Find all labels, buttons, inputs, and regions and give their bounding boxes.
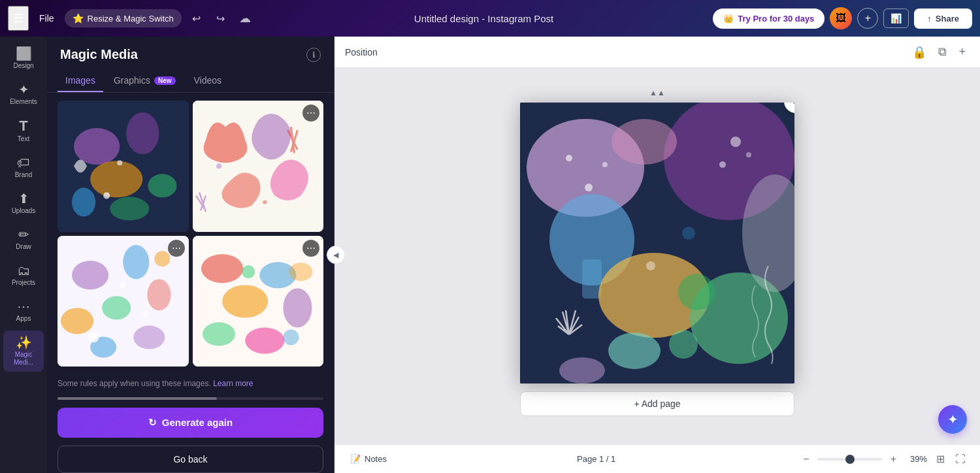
topbar-left: ☰ File ⭐ Resize & Magic Switch ↩ ↪ ☁ (8, 6, 255, 31)
add-collaborator-button[interactable]: + (857, 8, 878, 29)
generate-again-button[interactable]: ↻ Generate again (57, 408, 323, 438)
document-title: Untitled design - Instagram Post (414, 13, 553, 24)
sidebar-item-label: Magic Medi... (7, 351, 40, 367)
star-icon: ⭐ (73, 13, 84, 24)
image-more-button[interactable]: ⋯ (168, 240, 185, 257)
projects-icon: 🗂 (17, 264, 30, 277)
resize-magic-switch-button[interactable]: ⭐ Resize & Magic Switch (65, 9, 182, 27)
try-pro-label: Try Pro for 30 days (738, 14, 814, 24)
sidebar-item-brand[interactable]: 🏷 Brand (3, 151, 44, 184)
svg-point-34 (283, 329, 299, 345)
sidebar-item-label: Draw (16, 243, 31, 251)
grid-view-button[interactable]: ⊞ (932, 450, 949, 468)
svg-point-30 (203, 322, 235, 346)
sidebar-item-label: Text (18, 135, 29, 143)
share-button[interactable]: ↑ Share (914, 8, 972, 29)
svg-point-2 (126, 112, 159, 154)
new-badge: New (154, 76, 176, 85)
topbar: ☰ File ⭐ Resize & Magic Switch ↩ ↪ ☁ Pos… (0, 0, 980, 37)
redo-button[interactable]: ↪ (211, 8, 230, 29)
sidebar-item-uploads[interactable]: ⬆ Uploads (3, 187, 44, 220)
svg-point-44 (669, 330, 698, 359)
page-collapse-indicator[interactable]: ▲▲ (520, 88, 794, 97)
left-sidebar: ⬜ Design ✦ Elements T Text 🏷 Brand ⬆ Upl… (0, 37, 47, 473)
sidebar-item-text[interactable]: T Text (3, 114, 44, 148)
tab-videos-label: Videos (194, 75, 222, 86)
analytics-button[interactable]: 📊 (883, 8, 909, 28)
collapse-icon: ▲▲ (649, 88, 665, 97)
sidebar-item-label: Design (13, 62, 33, 70)
svg-point-18 (147, 279, 171, 310)
tab-graphics[interactable]: Graphics New (106, 70, 184, 92)
go-back-button[interactable]: Go back (57, 446, 323, 473)
canvas-workspace[interactable]: ▲▲ (335, 68, 980, 444)
svg-point-47 (602, 162, 608, 167)
share-label: Share (936, 14, 959, 24)
tab-images-label: Images (65, 75, 95, 86)
sidebar-item-label: Uploads (12, 207, 36, 215)
cloud-save-button[interactable]: ☁ (235, 7, 255, 29)
svg-point-1 (74, 128, 120, 165)
copy-button[interactable]: ⧉ (934, 41, 951, 63)
svg-point-24 (143, 312, 148, 317)
try-pro-button[interactable]: 👑 Try Pro for 30 days (713, 8, 825, 29)
file-button[interactable]: File (34, 10, 59, 26)
add-to-design-button[interactable]: + (955, 41, 970, 63)
tab-images[interactable]: Images (57, 70, 103, 92)
crown-icon: 👑 (723, 14, 734, 24)
sidebar-item-magic-media[interactable]: ✨ Magic Medi... (3, 331, 44, 372)
learn-more-link[interactable]: Learn more (213, 379, 253, 388)
sidebar-item-label: Apps (16, 315, 31, 323)
svg-point-9 (117, 160, 122, 165)
svg-point-43 (678, 274, 715, 310)
zoom-out-button[interactable]: − (800, 451, 811, 468)
info-icon[interactable]: ℹ (306, 48, 321, 62)
svg-point-53 (608, 333, 661, 369)
sidebar-item-draw[interactable]: ✏ Draw (3, 223, 44, 256)
tab-videos[interactable]: Videos (186, 70, 230, 92)
tabs: Images Graphics New Videos (47, 62, 334, 93)
svg-point-16 (61, 308, 93, 334)
fullscreen-button[interactable]: ⛶ (951, 450, 970, 468)
zoom-slider[interactable] (817, 458, 883, 461)
image-tile[interactable]: ⋯ (57, 236, 189, 367)
zoom-controls: − + 39% (800, 451, 927, 468)
sidebar-item-projects[interactable]: 🗂 Projects (3, 259, 44, 292)
image-more-button[interactable]: ⋯ (302, 240, 319, 257)
image-tile[interactable] (57, 101, 189, 232)
svg-point-17 (102, 296, 131, 319)
undo-button[interactable]: ↩ (187, 8, 206, 29)
svg-point-33 (242, 265, 255, 278)
add-page-bar[interactable]: + Add page (520, 391, 794, 416)
svg-point-22 (88, 332, 99, 342)
svg-point-52 (646, 261, 655, 270)
brand-icon: 🏷 (17, 156, 30, 169)
topbar-right: 👑 Try Pro for 30 days 🖼 + 📊 ↑ Share (713, 7, 972, 29)
svg-point-49 (730, 137, 741, 147)
ai-assistant-button[interactable]: ✦ (938, 405, 967, 434)
zoom-thumb (845, 455, 855, 464)
sidebar-item-label: Brand (15, 171, 33, 179)
sidebar-item-elements[interactable]: ✦ Elements (3, 78, 44, 111)
image-tile[interactable]: ⋯ (193, 236, 324, 367)
scrollbar-area (47, 397, 334, 405)
canvas-frame[interactable]: ↻ (520, 103, 794, 383)
hide-panel-button[interactable]: ◀ (327, 246, 345, 264)
avatar[interactable]: 🖼 (830, 7, 852, 29)
svg-point-38 (612, 119, 677, 165)
scrollbar-track[interactable] (57, 397, 323, 400)
lock-button[interactable]: 🔒 (908, 41, 930, 63)
magic-media-icon: ✨ (16, 336, 32, 349)
image-more-button[interactable]: ⋯ (302, 105, 319, 122)
sidebar-item-apps[interactable]: ⋯ Apps (3, 295, 44, 328)
image-tile[interactable]: ⋯ (193, 101, 324, 232)
menu-icon-button[interactable]: ☰ (8, 6, 29, 31)
magic-media-panel: Magic Media ℹ Images Graphics New Videos (47, 37, 335, 473)
uploads-icon: ⬆ (18, 192, 29, 205)
zoom-in-button[interactable]: + (888, 451, 899, 468)
panel-title: Magic Media (60, 47, 138, 62)
sidebar-item-design[interactable]: ⬜ Design (3, 42, 44, 75)
svg-point-3 (90, 161, 142, 197)
disclaimer-text: Some rules apply when using these images… (57, 379, 211, 388)
notes-button[interactable]: 📝 Notes (345, 450, 392, 468)
